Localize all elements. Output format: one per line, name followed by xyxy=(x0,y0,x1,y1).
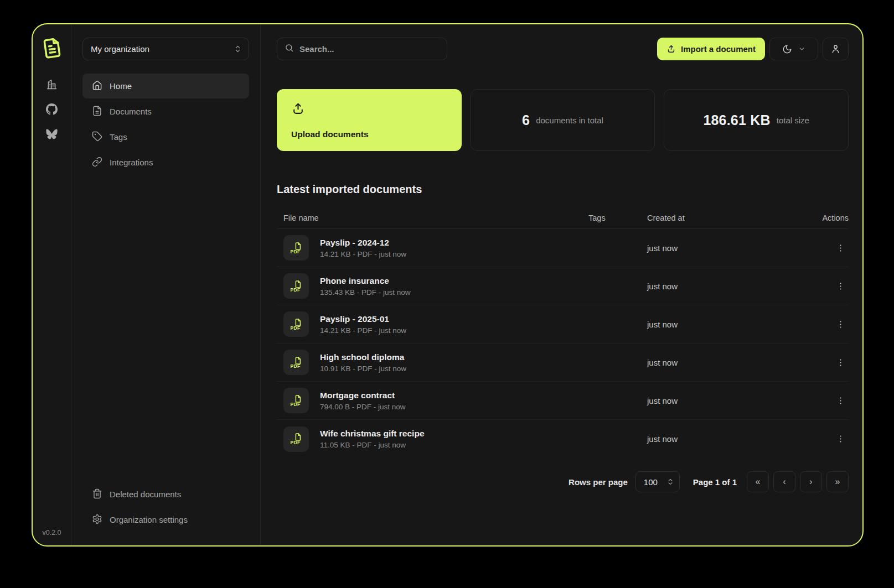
table-header: File name Tags Created at Actions xyxy=(277,207,849,229)
row-actions-button[interactable] xyxy=(832,316,849,332)
search-input[interactable] xyxy=(299,44,440,54)
upload-documents-card[interactable]: Upload documents xyxy=(277,89,462,151)
rows-per-page-value: 100 xyxy=(644,477,658,487)
row-actions-button[interactable] xyxy=(832,354,849,371)
section-title: Latest imported documents xyxy=(277,183,849,196)
file-cell: PDF High school diploma 10.91 KB - PDF -… xyxy=(283,350,588,375)
file-text-block: Payslip - 2025-01 14.21 KB - PDF - just … xyxy=(320,314,406,335)
pagination-next-page-button[interactable]: › xyxy=(800,471,822,492)
upload-icon xyxy=(291,102,305,116)
document-meta: 14.21 KB - PDF - just now xyxy=(320,250,406,258)
document-meta: 794.00 B - PDF - just now xyxy=(320,403,406,411)
moon-icon xyxy=(782,44,792,54)
file-cell: PDF Payslip - 2025-01 14.21 KB - PDF - j… xyxy=(283,311,588,337)
document-meta: 14.21 KB - PDF - just now xyxy=(320,326,406,335)
row-actions-button[interactable] xyxy=(832,240,849,256)
rows-per-page-label: Rows per page xyxy=(569,477,628,487)
rows-per-page-select[interactable]: 100 xyxy=(635,471,680,492)
nav-item-label: Home xyxy=(110,81,132,91)
document-meta: 10.91 KB - PDF - just now xyxy=(320,365,406,373)
sidebar-item-documents[interactable]: Documents xyxy=(82,99,249,124)
column-header-created-at: Created at xyxy=(647,214,823,222)
sidebar-item-tags[interactable]: Tags xyxy=(82,124,249,149)
pagination-glyph: ‹ xyxy=(783,477,786,487)
search-icon xyxy=(285,43,294,55)
row-actions-button[interactable] xyxy=(832,431,849,447)
sidebar-item-integrations[interactable]: Integrations xyxy=(82,150,249,175)
created-at-cell: just now xyxy=(647,320,823,329)
table-row[interactable]: PDF Wife christmas gift recipe 11.05 KB … xyxy=(277,420,849,458)
pdf-file-icon: PDF xyxy=(283,426,309,452)
table-row[interactable]: PDF Phone insurance 135.43 KB - PDF - ju… xyxy=(277,267,849,305)
pagination-first-page-button[interactable]: « xyxy=(747,471,769,492)
nav-item-label: Integrations xyxy=(110,158,153,167)
file-text-icon xyxy=(92,106,102,118)
pagination-buttons: « ‹ › » xyxy=(747,471,849,492)
created-at-cell: just now xyxy=(647,396,823,405)
file-text-block: Wife christmas gift recipe 11.05 KB - PD… xyxy=(320,429,425,449)
created-at-cell: just now xyxy=(647,434,823,444)
gear-icon xyxy=(92,514,102,526)
actions-cell xyxy=(823,354,849,371)
table-row[interactable]: PDF Payslip - 2024-12 14.21 KB - PDF - j… xyxy=(277,229,849,267)
stats-cards: Upload documents 6 documents in total 18… xyxy=(277,89,849,151)
main-content: Import a document xyxy=(261,24,862,545)
link-icon xyxy=(92,157,102,169)
sidebar-footer-nav: Deleted documents Organization settings xyxy=(82,482,249,532)
pdf-badge: PDF xyxy=(290,440,300,445)
actions-cell xyxy=(823,392,849,409)
document-name: Phone insurance xyxy=(320,276,411,286)
documents-total-label: documents in total xyxy=(536,116,603,125)
document-name: Payslip - 2025-01 xyxy=(320,314,406,324)
user-menu-button[interactable] xyxy=(823,38,849,60)
search-box[interactable] xyxy=(277,38,447,60)
actions-cell xyxy=(823,278,849,294)
file-cell: PDF Phone insurance 135.43 KB - PDF - ju… xyxy=(283,273,588,299)
sidebar-item-home[interactable]: Home xyxy=(82,74,249,98)
bluesky-butterfly-icon[interactable] xyxy=(46,128,58,140)
column-header-actions: Actions xyxy=(823,214,849,222)
pdf-file-icon: PDF xyxy=(283,273,309,299)
ellipsis-vertical-icon xyxy=(836,243,845,253)
documents-total-card: 6 documents in total xyxy=(471,89,655,151)
ellipsis-vertical-icon xyxy=(836,282,845,291)
pagination-glyph: › xyxy=(809,477,812,487)
import-document-button[interactable]: Import a document xyxy=(657,38,765,60)
actions-cell xyxy=(823,431,849,447)
user-icon xyxy=(830,44,841,54)
icon-rail: v0.2.0 xyxy=(33,24,71,545)
pagination-previous-page-button[interactable]: ‹ xyxy=(773,471,795,492)
app-logo-icon[interactable] xyxy=(40,37,64,62)
organization-select[interactable]: My organization xyxy=(82,38,249,60)
theme-toggle-button[interactable] xyxy=(769,38,818,60)
github-icon[interactable] xyxy=(46,103,58,115)
sidebar-item-organization-settings[interactable]: Organization settings xyxy=(82,507,249,532)
upload-icon xyxy=(666,44,676,54)
page-info: Page 1 of 1 xyxy=(693,477,737,487)
rail-links xyxy=(46,79,58,140)
table-row[interactable]: PDF Payslip - 2025-01 14.21 KB - PDF - j… xyxy=(277,305,849,344)
table-row[interactable]: PDF High school diploma 10.91 KB - PDF -… xyxy=(277,344,849,382)
document-meta: 11.05 KB - PDF - just now xyxy=(320,441,425,449)
row-actions-button[interactable] xyxy=(832,278,849,294)
nav-item-label: Documents xyxy=(110,107,152,116)
pdf-file-icon: PDF xyxy=(283,311,309,337)
sidebar-item-deleted-documents[interactable]: Deleted documents xyxy=(82,482,249,507)
total-size-label: total size xyxy=(777,116,809,125)
total-size-card: 186.61 KB total size xyxy=(664,89,849,151)
actions-cell xyxy=(823,240,849,256)
pdf-badge: PDF xyxy=(290,402,300,407)
pagination-glyph: » xyxy=(835,477,840,487)
nav-item-label: Deleted documents xyxy=(110,490,181,499)
created-at-cell: just now xyxy=(647,358,823,367)
pdf-file-icon: PDF xyxy=(283,350,309,375)
nav-item-label: Tags xyxy=(110,132,127,142)
building-icon[interactable] xyxy=(46,79,58,90)
document-name: Wife christmas gift recipe xyxy=(320,429,425,439)
pagination-bar: Rows per page 100 Page 1 of 1 « ‹ › » xyxy=(277,471,849,492)
chevrons-up-down-icon xyxy=(234,45,242,53)
upload-documents-label: Upload documents xyxy=(291,129,369,139)
table-row[interactable]: PDF Mortgage contract 794.00 B - PDF - j… xyxy=(277,382,849,420)
pagination-last-page-button[interactable]: » xyxy=(826,471,849,492)
row-actions-button[interactable] xyxy=(832,392,849,409)
